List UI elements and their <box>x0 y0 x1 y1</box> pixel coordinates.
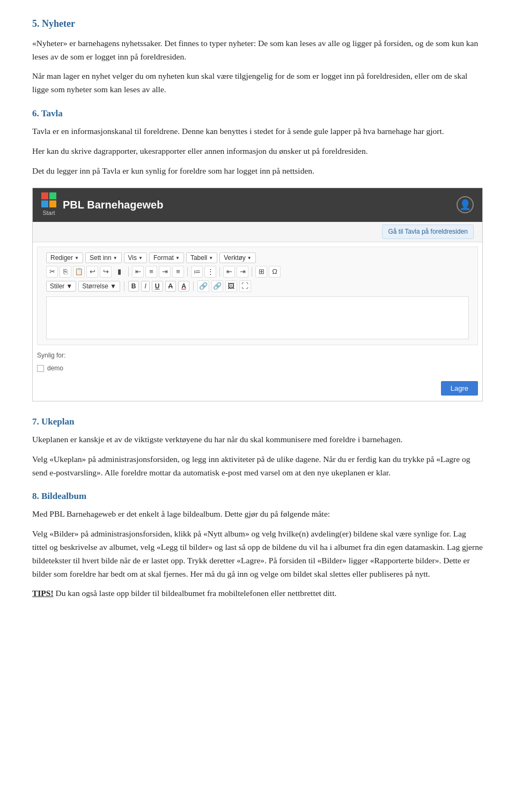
tips-text: Du kan også laste opp bilder til bildeal… <box>54 588 337 598</box>
tavla-link[interactable]: Gå til Tavla på foreldresiden <box>382 225 474 239</box>
vis-button[interactable]: Vis▼ <box>124 252 147 263</box>
tips-label: TIPS! <box>32 588 54 598</box>
image-icon[interactable]: 🖼 <box>225 280 237 292</box>
synlig-checkbox-row: demo <box>37 363 478 374</box>
pbl-header: Start PBL Barnehageweb 👤 <box>33 188 482 222</box>
size-button[interactable]: Størrelse▼ <box>78 281 120 292</box>
section6-p3: Det du legger inn på Tavla er kun synlig… <box>32 165 483 178</box>
section6-heading: 6. Tavla <box>32 106 483 121</box>
demo-label: demo <box>47 363 63 374</box>
cut-icon[interactable]: ✂ <box>46 266 58 278</box>
format-button[interactable]: Format▼ <box>149 252 184 263</box>
unlink-icon[interactable]: 🔗 <box>211 280 223 292</box>
section7-p2: Velg «Ukeplan» på administrasjonsforside… <box>32 453 483 480</box>
toolbar-second-row: Stiler▼ Størrelse▼ B I U A A 🔗 🔗 🖼 ⛶ <box>46 280 469 292</box>
section8-p1: Med PBL Barnehageweb er det enkelt å lag… <box>32 508 483 521</box>
section8-p2: Velg «Bilder» på administrasjonsforsiden… <box>32 527 483 580</box>
verktoy-button[interactable]: Verktøy▼ <box>219 252 256 263</box>
separator5 <box>124 281 124 291</box>
section7-heading: 7. Ukeplan <box>32 414 483 429</box>
demo-checkbox[interactable] <box>37 365 44 372</box>
pbl-start-container: Start <box>41 192 56 218</box>
section7-p1: Ukeplanen er kanskje et av de viktigste … <box>32 433 483 446</box>
pbl-logo <box>41 192 56 207</box>
editor-content[interactable] <box>46 296 469 339</box>
section5-p2: Når man lager en nyhet velger du om nyhe… <box>32 70 483 96</box>
styles-button[interactable]: Stiler▼ <box>46 281 76 292</box>
section6-p2: Her kan du skrive dagrapporter, ukesrapp… <box>32 145 483 158</box>
italic-button[interactable]: I <box>141 281 149 292</box>
undo-icon[interactable]: ↩ <box>86 266 98 278</box>
synlig-section: Synlig for: demo <box>37 351 478 373</box>
user-icon[interactable]: 👤 <box>457 196 474 213</box>
fullscreen-icon[interactable]: ⛶ <box>239 280 251 292</box>
outdent-icon[interactable]: ⇤ <box>223 266 235 278</box>
copy-icon[interactable]: ⎘ <box>60 266 71 278</box>
tabell-button[interactable]: Tabell▼ <box>186 252 217 263</box>
logo-blue <box>41 200 48 207</box>
table-icon[interactable]: ⊞ <box>255 266 267 278</box>
color-button[interactable]: A <box>178 281 189 292</box>
separator2 <box>187 267 188 277</box>
logo-red <box>41 192 48 199</box>
section8-tips: TIPS! Du kan også laste opp bilder til b… <box>32 587 483 600</box>
pbl-subheader: Gå til Tavla på foreldresiden <box>33 222 482 242</box>
link-icon[interactable]: 🔗 <box>197 280 209 292</box>
toolbar-menu-row: Rediger▼ Sett inn▼ Vis▼ Format▼ Tabell▼ … <box>46 252 469 263</box>
rediger-button[interactable]: Rediger▼ <box>46 252 83 263</box>
lagre-section: Lagre <box>33 378 482 401</box>
section5-p1: «Nyheter» er barnehagens nyhetssaker. De… <box>32 37 483 64</box>
section8-heading: 8. Bildealbum <box>32 489 483 503</box>
editor-area: Rediger▼ Sett inn▼ Vis▼ Format▼ Tabell▼ … <box>37 247 478 345</box>
indent-icon[interactable]: ⇥ <box>237 266 248 278</box>
redo-icon[interactable]: ↪ <box>100 266 112 278</box>
align-center-icon[interactable]: ≡ <box>145 266 157 278</box>
separator6 <box>193 281 194 291</box>
align-left-icon[interactable]: ⇤ <box>132 266 144 278</box>
special-char-icon[interactable]: Ω <box>269 266 281 278</box>
screenshot-container: Start PBL Barnehageweb 👤 Gå til Tavla på… <box>32 188 483 401</box>
logo-yellow <box>49 200 56 207</box>
block-icon: ▮ <box>113 266 125 278</box>
bold-button[interactable]: B <box>128 281 139 292</box>
lagre-button[interactable]: Lagre <box>441 381 478 396</box>
underline-button[interactable]: U <box>152 281 163 292</box>
separator1 <box>128 267 129 277</box>
align-justify-icon[interactable]: ≡ <box>172 266 184 278</box>
align-right-icon[interactable]: ⇥ <box>159 266 171 278</box>
separator4 <box>252 267 252 277</box>
separator3 <box>219 267 220 277</box>
sett-inn-button[interactable]: Sett inn▼ <box>85 252 122 263</box>
section6-p1: Tavla er en informasjonskanal til foreld… <box>32 125 483 138</box>
strikethrough-button[interactable]: A <box>165 281 176 292</box>
toolbar-icon-row: ✂ ⎘ 📋 ↩ ↪ ▮ ⇤ ≡ ⇥ ≡ ≔ ⋮ ⇤ ⇥ ⊞ Ω <box>46 266 469 278</box>
paste-icon[interactable]: 📋 <box>73 266 85 278</box>
pbl-title: PBL Barnehageweb <box>63 196 450 213</box>
logo-green <box>49 192 56 199</box>
ol-icon[interactable]: ⋮ <box>204 266 216 278</box>
section5-heading: 5. Nyheter <box>32 16 483 32</box>
synlig-for-label: Synlig for: <box>37 351 478 361</box>
pbl-start-label: Start <box>42 208 55 218</box>
ul-icon[interactable]: ≔ <box>191 266 203 278</box>
